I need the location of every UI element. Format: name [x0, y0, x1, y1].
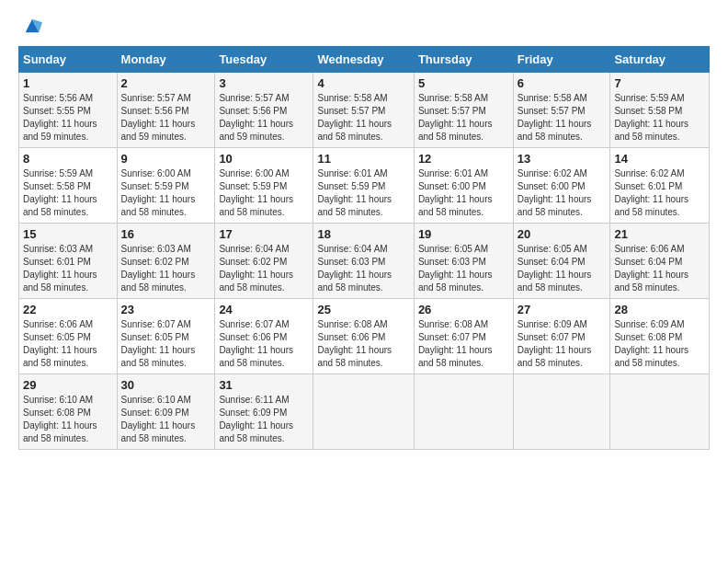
- day-number: 25: [317, 303, 409, 316]
- calendar-cell: 23Sunrise: 6:07 AM Sunset: 6:05 PM Dayli…: [117, 298, 215, 373]
- calendar-week-row: 22Sunrise: 6:06 AM Sunset: 6:05 PM Dayli…: [19, 298, 710, 373]
- calendar-cell: 1Sunrise: 5:56 AM Sunset: 5:55 PM Daylig…: [19, 72, 118, 147]
- day-info: Sunrise: 6:03 AM Sunset: 6:02 PM Dayligh…: [121, 243, 211, 294]
- calendar-cell: 5Sunrise: 5:58 AM Sunset: 5:57 PM Daylig…: [414, 72, 513, 147]
- calendar-week-row: 8Sunrise: 5:59 AM Sunset: 5:58 PM Daylig…: [19, 147, 710, 223]
- page-header: [18, 18, 710, 37]
- calendar-cell: 21Sunrise: 6:06 AM Sunset: 6:04 PM Dayli…: [610, 223, 710, 298]
- day-info: Sunrise: 6:03 AM Sunset: 6:01 PM Dayligh…: [23, 243, 113, 294]
- day-info: Sunrise: 6:07 AM Sunset: 6:06 PM Dayligh…: [219, 318, 309, 370]
- day-info: Sunrise: 6:02 AM Sunset: 6:00 PM Dayligh…: [518, 167, 607, 219]
- weekday-header: Tuesday: [215, 46, 313, 72]
- day-info: Sunrise: 6:10 AM Sunset: 6:08 PM Dayligh…: [23, 394, 113, 445]
- day-info: Sunrise: 6:11 AM Sunset: 6:09 PM Dayligh…: [219, 394, 309, 445]
- day-number: 29: [23, 378, 113, 392]
- day-number: 20: [518, 227, 607, 241]
- day-info: Sunrise: 6:10 AM Sunset: 6:09 PM Dayligh…: [121, 394, 211, 445]
- day-number: 26: [418, 303, 509, 316]
- calendar-cell: 4Sunrise: 5:58 AM Sunset: 5:57 PM Daylig…: [313, 72, 414, 147]
- day-info: Sunrise: 6:08 AM Sunset: 6:06 PM Dayligh…: [317, 318, 409, 370]
- calendar-cell: 24Sunrise: 6:07 AM Sunset: 6:06 PM Dayli…: [215, 298, 313, 373]
- calendar-table: SundayMondayTuesdayWednesdayThursdayFrid…: [18, 46, 710, 450]
- day-number: 28: [614, 303, 705, 316]
- day-info: Sunrise: 5:59 AM Sunset: 5:58 PM Dayligh…: [614, 92, 705, 144]
- calendar-cell: 31Sunrise: 6:11 AM Sunset: 6:09 PM Dayli…: [215, 373, 313, 449]
- calendar-cell: 18Sunrise: 6:04 AM Sunset: 6:03 PM Dayli…: [313, 223, 414, 298]
- weekday-header: Monday: [117, 46, 215, 72]
- weekday-header: Thursday: [414, 46, 513, 72]
- day-info: Sunrise: 6:06 AM Sunset: 6:04 PM Dayligh…: [614, 243, 705, 294]
- day-number: 22: [23, 303, 113, 316]
- day-number: 6: [518, 76, 607, 90]
- day-number: 21: [614, 227, 705, 241]
- day-number: 8: [23, 152, 113, 166]
- day-info: Sunrise: 5:56 AM Sunset: 5:55 PM Dayligh…: [23, 92, 113, 144]
- calendar-cell: 30Sunrise: 6:10 AM Sunset: 6:09 PM Dayli…: [117, 373, 215, 449]
- weekday-header: Saturday: [610, 46, 710, 72]
- day-info: Sunrise: 5:58 AM Sunset: 5:57 PM Dayligh…: [317, 92, 409, 144]
- calendar-cell: 20Sunrise: 6:05 AM Sunset: 6:04 PM Dayli…: [513, 223, 610, 298]
- calendar-body: 1Sunrise: 5:56 AM Sunset: 5:55 PM Daylig…: [19, 72, 710, 449]
- weekday-header: Sunday: [19, 46, 118, 72]
- calendar-cell: 27Sunrise: 6:09 AM Sunset: 6:07 PM Dayli…: [513, 298, 610, 373]
- day-number: 11: [317, 152, 409, 166]
- day-info: Sunrise: 6:00 AM Sunset: 5:59 PM Dayligh…: [219, 167, 309, 219]
- calendar-cell: 2Sunrise: 5:57 AM Sunset: 5:56 PM Daylig…: [117, 72, 215, 147]
- calendar-cell: 9Sunrise: 6:00 AM Sunset: 5:59 PM Daylig…: [117, 147, 215, 223]
- day-number: 10: [219, 152, 309, 166]
- day-info: Sunrise: 6:00 AM Sunset: 5:59 PM Dayligh…: [121, 167, 211, 219]
- calendar-cell: 6Sunrise: 5:58 AM Sunset: 5:57 PM Daylig…: [513, 72, 610, 147]
- day-number: 27: [518, 303, 607, 316]
- day-info: Sunrise: 6:07 AM Sunset: 6:05 PM Dayligh…: [121, 318, 211, 370]
- calendar-cell: 28Sunrise: 6:09 AM Sunset: 6:08 PM Dayli…: [610, 298, 710, 373]
- calendar-cell: 11Sunrise: 6:01 AM Sunset: 5:59 PM Dayli…: [313, 147, 414, 223]
- day-info: Sunrise: 5:58 AM Sunset: 5:57 PM Dayligh…: [418, 92, 509, 144]
- calendar-cell: 19Sunrise: 6:05 AM Sunset: 6:03 PM Dayli…: [414, 223, 513, 298]
- logo: [18, 18, 42, 37]
- day-number: 4: [317, 76, 409, 90]
- day-info: Sunrise: 6:06 AM Sunset: 6:05 PM Dayligh…: [23, 318, 113, 370]
- day-number: 1: [23, 76, 113, 90]
- calendar-cell: 16Sunrise: 6:03 AM Sunset: 6:02 PM Dayli…: [117, 223, 215, 298]
- day-info: Sunrise: 6:01 AM Sunset: 6:00 PM Dayligh…: [418, 167, 509, 219]
- calendar-cell: 14Sunrise: 6:02 AM Sunset: 6:01 PM Dayli…: [610, 147, 710, 223]
- calendar-cell: 29Sunrise: 6:10 AM Sunset: 6:08 PM Dayli…: [19, 373, 118, 449]
- calendar-cell: 7Sunrise: 5:59 AM Sunset: 5:58 PM Daylig…: [610, 72, 710, 147]
- calendar-cell: 22Sunrise: 6:06 AM Sunset: 6:05 PM Dayli…: [19, 298, 118, 373]
- calendar-cell: 3Sunrise: 5:57 AM Sunset: 5:56 PM Daylig…: [215, 72, 313, 147]
- day-number: 3: [219, 76, 309, 90]
- day-number: 5: [418, 76, 509, 90]
- day-number: 7: [614, 76, 705, 90]
- weekday-header: Friday: [513, 46, 610, 72]
- day-info: Sunrise: 6:01 AM Sunset: 5:59 PM Dayligh…: [317, 167, 409, 219]
- calendar-cell: 26Sunrise: 6:08 AM Sunset: 6:07 PM Dayli…: [414, 298, 513, 373]
- calendar-cell: 8Sunrise: 5:59 AM Sunset: 5:58 PM Daylig…: [19, 147, 118, 223]
- day-number: 16: [121, 227, 211, 241]
- day-info: Sunrise: 6:09 AM Sunset: 6:07 PM Dayligh…: [518, 318, 607, 370]
- day-info: Sunrise: 6:04 AM Sunset: 6:02 PM Dayligh…: [219, 243, 309, 294]
- day-info: Sunrise: 6:05 AM Sunset: 6:04 PM Dayligh…: [518, 243, 607, 294]
- day-number: 23: [121, 303, 211, 316]
- calendar-cell: [610, 373, 710, 449]
- calendar-week-row: 1Sunrise: 5:56 AM Sunset: 5:55 PM Daylig…: [19, 72, 710, 147]
- calendar-cell: 25Sunrise: 6:08 AM Sunset: 6:06 PM Dayli…: [313, 298, 414, 373]
- day-number: 12: [418, 152, 509, 166]
- day-number: 30: [121, 378, 211, 392]
- calendar-cell: [513, 373, 610, 449]
- calendar-header-row: SundayMondayTuesdayWednesdayThursdayFrid…: [19, 46, 710, 72]
- day-info: Sunrise: 6:02 AM Sunset: 6:01 PM Dayligh…: [614, 167, 705, 219]
- weekday-header: Wednesday: [313, 46, 414, 72]
- calendar-week-row: 29Sunrise: 6:10 AM Sunset: 6:08 PM Dayli…: [19, 373, 710, 449]
- calendar-cell: 17Sunrise: 6:04 AM Sunset: 6:02 PM Dayli…: [215, 223, 313, 298]
- calendar-cell: [313, 373, 414, 449]
- day-info: Sunrise: 6:04 AM Sunset: 6:03 PM Dayligh…: [317, 243, 409, 294]
- day-info: Sunrise: 6:09 AM Sunset: 6:08 PM Dayligh…: [614, 318, 705, 370]
- calendar-week-row: 15Sunrise: 6:03 AM Sunset: 6:01 PM Dayli…: [19, 223, 710, 298]
- day-number: 9: [121, 152, 211, 166]
- day-info: Sunrise: 5:57 AM Sunset: 5:56 PM Dayligh…: [121, 92, 211, 144]
- day-info: Sunrise: 6:08 AM Sunset: 6:07 PM Dayligh…: [418, 318, 509, 370]
- calendar-cell: 10Sunrise: 6:00 AM Sunset: 5:59 PM Dayli…: [215, 147, 313, 223]
- day-info: Sunrise: 5:57 AM Sunset: 5:56 PM Dayligh…: [219, 92, 309, 144]
- day-number: 19: [418, 227, 509, 241]
- day-info: Sunrise: 5:58 AM Sunset: 5:57 PM Dayligh…: [518, 92, 607, 144]
